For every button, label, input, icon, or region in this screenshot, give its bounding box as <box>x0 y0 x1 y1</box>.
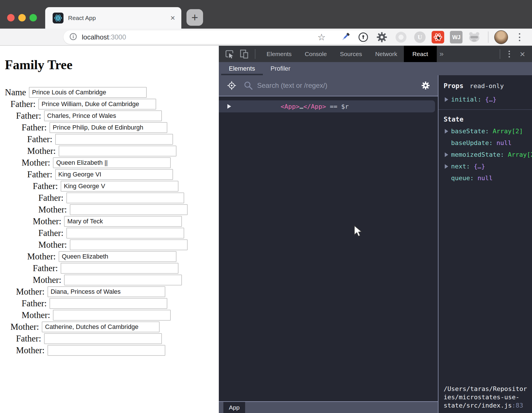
field-input[interactable] <box>38 99 156 110</box>
family-field-row: Father: <box>38 192 219 204</box>
select-component-crosshair-icon[interactable] <box>227 81 237 90</box>
field-input[interactable] <box>44 333 162 344</box>
react-devtools-subtabs: ElementsProfiler <box>219 62 532 75</box>
tab-close-icon[interactable]: × <box>170 14 175 22</box>
profile-avatar[interactable] <box>494 30 508 44</box>
field-input[interactable] <box>70 239 188 250</box>
field-label: Father: <box>27 134 52 144</box>
state-row-next[interactable]: next:{…} <box>438 160 532 172</box>
field-label: Father: <box>16 111 41 121</box>
browser-menu-icon[interactable] <box>517 32 522 42</box>
family-field-row: Mother: <box>38 239 219 251</box>
search-input[interactable] <box>257 82 421 90</box>
devtools-close-icon[interactable]: × <box>520 49 525 59</box>
more-tabs-icon[interactable]: » <box>440 49 444 58</box>
devtools-tab-console[interactable]: Console <box>298 46 334 62</box>
field-input[interactable] <box>59 146 176 156</box>
devtools-menu-icon[interactable] <box>507 49 511 59</box>
browser-titlebar: React App × + <box>0 0 532 29</box>
field-input[interactable] <box>42 321 160 332</box>
props-row-initial[interactable]: initial: {…} <box>438 94 532 105</box>
family-field-row: Name <box>5 87 219 98</box>
field-input[interactable] <box>55 134 173 145</box>
source-file-path[interactable]: /Users/taras/Repositories/microstates-us… <box>444 385 532 410</box>
devtools-tab-react[interactable]: React <box>404 46 437 62</box>
react-devtools-extension-icon[interactable] <box>431 30 445 44</box>
family-field-row: Father: <box>33 263 219 274</box>
breadcrumb-app[interactable]: App <box>223 402 245 413</box>
password-keyhole-extension-icon[interactable] <box>356 30 370 44</box>
field-label: Mother: <box>27 251 56 262</box>
state-value: null <box>477 174 493 182</box>
source-line-number: :83 <box>512 402 523 409</box>
field-input[interactable] <box>53 310 171 321</box>
browser-tab[interactable]: React App × <box>45 7 181 29</box>
tabbar-separator <box>255 49 255 59</box>
devtools-panel: ElementsConsoleSourcesNetworkReact » × E… <box>219 46 532 413</box>
field-input[interactable] <box>49 298 167 309</box>
swirl-extension-icon[interactable] <box>394 30 408 44</box>
field-input[interactable] <box>55 169 173 180</box>
field-input[interactable] <box>59 251 176 262</box>
field-label: Mother: <box>27 146 56 156</box>
page-title: Family Tree <box>5 57 219 72</box>
field-input[interactable] <box>64 275 182 285</box>
field-label: Mother: <box>38 240 67 250</box>
field-input[interactable] <box>47 345 165 356</box>
family-field-row: Father: <box>16 110 219 122</box>
field-label: Name <box>5 87 26 98</box>
field-label: Father: <box>33 263 58 273</box>
props-readonly-label: read-only <box>470 82 504 90</box>
page-info-icon[interactable] <box>69 33 77 42</box>
state-row-memoizedState[interactable]: memoizedState:Array[2] <box>438 149 532 160</box>
expand-arrow-icon[interactable] <box>227 104 231 109</box>
gear-extension-icon[interactable] <box>375 30 389 44</box>
field-input[interactable] <box>47 286 165 297</box>
inspect-element-icon[interactable] <box>225 49 234 59</box>
expand-arrow-icon[interactable] <box>445 164 448 169</box>
devtools-tab-elements[interactable]: Elements <box>260 46 298 62</box>
field-input[interactable] <box>44 110 162 121</box>
devtools-tab-sources[interactable]: Sources <box>334 46 369 62</box>
field-input[interactable] <box>53 157 171 168</box>
component-search-row <box>219 75 438 96</box>
field-input[interactable] <box>29 87 147 98</box>
family-field-row: Mother: <box>33 274 219 286</box>
bookmark-star-icon[interactable]: ☆ <box>315 30 328 44</box>
ember-extension-icon[interactable] <box>467 30 481 44</box>
new-tab-button[interactable]: + <box>186 9 203 26</box>
field-input[interactable] <box>70 204 188 215</box>
settings-gear-icon[interactable] <box>421 81 430 90</box>
devtools-tab-network[interactable]: Network <box>369 46 404 62</box>
device-toolbar-icon[interactable] <box>239 49 249 59</box>
field-input[interactable] <box>64 216 182 227</box>
state-row-baseState[interactable]: baseState:Array[2] <box>438 125 532 137</box>
family-field-row: Father: <box>27 169 219 180</box>
field-label: Mother: <box>22 158 50 168</box>
react-subtab-profiler[interactable]: Profiler <box>263 62 298 75</box>
window-zoom-button[interactable] <box>29 14 37 21</box>
field-label: Father: <box>11 99 36 109</box>
family-field-row: Father: <box>22 122 219 133</box>
state-row-baseUpdate: baseUpdate:null <box>438 137 532 149</box>
field-input[interactable] <box>49 122 167 133</box>
state-value: {…} <box>474 163 485 170</box>
field-input[interactable] <box>61 263 178 274</box>
expand-arrow-icon[interactable] <box>445 152 448 157</box>
field-input[interactable] <box>61 181 178 192</box>
wj-extension-icon[interactable]: WJ <box>449 30 463 44</box>
react-subtab-elements[interactable]: Elements <box>221 62 263 75</box>
window-close-button[interactable] <box>7 14 15 21</box>
state-value: Array[2] <box>508 151 532 158</box>
field-input[interactable] <box>66 228 184 239</box>
field-input[interactable] <box>66 192 184 203</box>
window-minimize-button[interactable] <box>18 14 26 21</box>
expand-arrow-icon[interactable] <box>445 129 448 134</box>
component-tree-row-app[interactable]: <App>…</App>== $r <box>219 100 435 112</box>
eyedropper-extension-icon[interactable] <box>338 30 352 44</box>
url-host: localhost <box>82 33 109 41</box>
expand-arrow-icon[interactable] <box>445 97 448 102</box>
u-extension-icon[interactable]: U <box>413 30 427 44</box>
family-field-row: Mother: <box>16 286 219 297</box>
toolbar-separator <box>488 31 489 43</box>
